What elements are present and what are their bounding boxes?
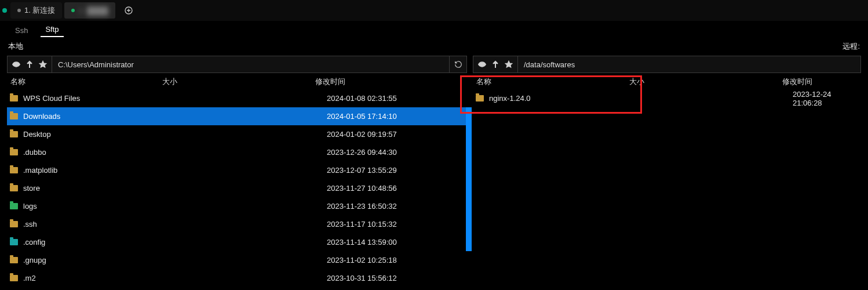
local-pane: C:\Users\Administrator 名称 大小 修改时间 WPS Cl… bbox=[7, 56, 467, 287]
svg-point-1 bbox=[15, 63, 17, 66]
svg-marker-4 bbox=[505, 61, 512, 67]
app-indicator-icon bbox=[2, 8, 7, 13]
star-icon[interactable] bbox=[505, 60, 513, 68]
item-name: .dubbo bbox=[23, 148, 174, 157]
item-time: 2023-11-27 10:48:56 bbox=[327, 184, 467, 193]
list-item[interactable]: .matplotlib2023-12-07 13:55:29 bbox=[7, 161, 467, 179]
item-time: 2024-01-02 09:19:57 bbox=[327, 130, 467, 139]
list-item[interactable]: logs2023-11-23 16:50:32 bbox=[7, 197, 467, 215]
session-tab-1[interactable]: 1. 新连接 bbox=[10, 2, 62, 19]
list-item[interactable]: Downloads2024-01-05 17:14:10 bbox=[7, 107, 467, 125]
item-time: 2023-11-14 13:59:00 bbox=[327, 238, 467, 246]
local-refresh-button[interactable] bbox=[449, 56, 466, 72]
col-time[interactable]: 修改时间 bbox=[782, 77, 859, 87]
local-path-input[interactable]: C:\Users\Administrator bbox=[52, 56, 449, 72]
col-name[interactable]: 名称 bbox=[9, 77, 162, 87]
item-name: .config bbox=[23, 238, 174, 246]
list-item[interactable]: Desktop2024-01-02 09:19:57 bbox=[7, 125, 467, 143]
folder-icon bbox=[9, 113, 19, 121]
folder-icon bbox=[9, 130, 19, 139]
item-time: 2024-01-05 17:14:10 bbox=[327, 112, 467, 121]
col-time[interactable]: 修改时间 bbox=[315, 77, 465, 87]
status-dot-icon bbox=[71, 9, 75, 12]
item-time: 2023-11-23 16:50:32 bbox=[327, 202, 467, 211]
up-arrow-icon[interactable] bbox=[492, 60, 499, 68]
folder-icon bbox=[9, 95, 19, 103]
list-item[interactable]: store2023-11-27 10:48:56 bbox=[7, 179, 467, 197]
item-name: .matplotlib bbox=[23, 166, 174, 175]
folder-icon bbox=[475, 95, 484, 103]
item-time: 2023-10-31 15:56:12 bbox=[327, 274, 467, 282]
item-name: store bbox=[23, 184, 174, 193]
remote-label: 远程: bbox=[843, 41, 860, 52]
item-name: WPS Cloud Files bbox=[23, 94, 174, 103]
item-name: nginx-1.24.0 bbox=[489, 94, 640, 103]
item-time: 2023-11-17 10:15:32 bbox=[327, 220, 467, 229]
star-icon[interactable] bbox=[39, 60, 47, 68]
local-file-list: WPS Cloud Files2024-01-08 02:31:55Downlo… bbox=[7, 89, 467, 287]
eye-icon[interactable] bbox=[12, 60, 20, 68]
item-time: 2024-01-08 02:31:55 bbox=[327, 94, 467, 103]
local-columns-header: 名称 大小 修改时间 bbox=[7, 74, 467, 89]
list-item[interactable]: .ssh2023-11-17 10:15:32 bbox=[7, 215, 467, 233]
list-item[interactable]: .gnupg2023-11-02 10:25:18 bbox=[7, 251, 467, 269]
item-name: .m2 bbox=[23, 274, 174, 282]
item-name: Desktop bbox=[23, 130, 174, 139]
item-name: logs bbox=[23, 202, 174, 211]
tab-ssh[interactable]: Ssh bbox=[10, 24, 32, 37]
folder-icon bbox=[9, 148, 19, 157]
item-time: 2023-12-26 09:44:30 bbox=[327, 148, 467, 157]
mode-tabs: Ssh Sftp bbox=[0, 21, 868, 37]
window-tabbar: 1. 新连接 2. ████ bbox=[0, 0, 868, 21]
folder-icon bbox=[9, 202, 19, 211]
folder-icon bbox=[9, 238, 19, 246]
item-time: 2023-12-07 13:55:29 bbox=[327, 166, 467, 175]
col-size[interactable]: 大小 bbox=[629, 77, 782, 87]
list-item[interactable]: .config2023-11-14 13:59:00 bbox=[7, 233, 467, 251]
remote-columns-header: 名称 大小 修改时间 bbox=[473, 74, 861, 89]
item-name: .gnupg bbox=[23, 256, 174, 264]
add-tab-button[interactable] bbox=[121, 3, 136, 18]
remote-path-row: /data/softwares bbox=[473, 56, 861, 73]
list-item[interactable]: nginx-1.24.02023-12-24 21:06:28 bbox=[473, 89, 861, 107]
local-label: 本地 bbox=[8, 41, 843, 52]
tab-label: 1. 新连接 bbox=[24, 5, 55, 16]
tab-sftp[interactable]: Sftp bbox=[41, 23, 63, 37]
item-name: Downloads bbox=[23, 112, 174, 121]
folder-icon bbox=[9, 256, 19, 264]
col-name[interactable]: 名称 bbox=[475, 77, 629, 87]
selection-scroll-indicator bbox=[466, 107, 472, 251]
svg-point-3 bbox=[481, 63, 483, 66]
list-item[interactable]: .m22023-10-31 15:56:12 bbox=[7, 269, 467, 287]
status-dot-icon bbox=[17, 9, 21, 12]
up-arrow-icon[interactable] bbox=[26, 60, 33, 68]
local-path-row: C:\Users\Administrator bbox=[7, 56, 467, 73]
session-tab-2[interactable]: 2. ████ bbox=[64, 2, 115, 19]
list-item[interactable]: WPS Cloud Files2024-01-08 02:31:55 bbox=[7, 89, 467, 107]
list-item[interactable]: .dubbo2023-12-26 09:44:30 bbox=[7, 143, 467, 161]
item-time: 2023-12-24 21:06:28 bbox=[793, 90, 861, 107]
remote-path-input[interactable]: /data/softwares bbox=[518, 56, 860, 72]
refresh-icon bbox=[454, 60, 462, 68]
location-bar: 本地 远程: bbox=[0, 39, 868, 53]
tab-label: 2. ████ bbox=[78, 6, 108, 15]
svg-marker-2 bbox=[39, 61, 46, 67]
remote-file-list: nginx-1.24.02023-12-24 21:06:28 bbox=[473, 89, 861, 107]
item-name: .ssh bbox=[23, 220, 174, 229]
folder-icon bbox=[9, 274, 19, 282]
folder-icon bbox=[9, 184, 19, 193]
eye-icon[interactable] bbox=[478, 60, 486, 68]
item-time: 2023-11-02 10:25:18 bbox=[327, 256, 467, 264]
remote-pane: /data/softwares 名称 大小 修改时间 nginx-1.24.02… bbox=[473, 56, 861, 287]
folder-icon bbox=[9, 220, 19, 229]
folder-icon bbox=[9, 166, 19, 175]
col-size[interactable]: 大小 bbox=[162, 77, 315, 87]
